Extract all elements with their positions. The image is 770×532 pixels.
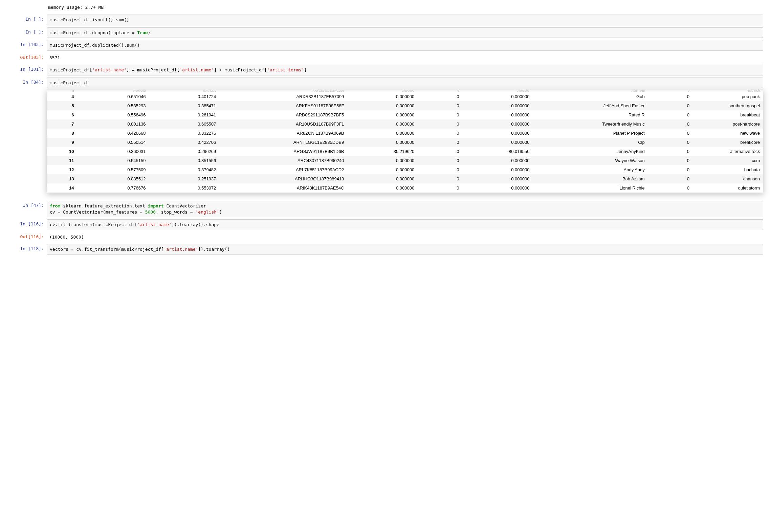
cell: Bob Azzam <box>533 174 648 183</box>
cell: 0.000000 <box>463 110 533 119</box>
dataframe-output[interactable]: 30.0000020.404201ARYG5J41011B4G2060.0000… <box>47 89 763 193</box>
cell: -80.019550 <box>463 147 533 156</box>
cell: 0.801136 <box>79 119 149 129</box>
cell: 0.296269 <box>149 147 219 156</box>
cell: 0.550514 <box>79 138 149 147</box>
cell: 0 <box>418 156 462 165</box>
cell: 0.651046 <box>79 92 149 101</box>
table-row: 70.8011360.605507AR10USD1187B99F3F10.000… <box>47 119 763 129</box>
cell: ARHHO3O1187B989413 <box>219 174 347 183</box>
output-text: 5571 <box>47 53 763 63</box>
code-input[interactable]: musicProject_df.dropna(inplace = True) <box>47 27 763 38</box>
row-index: 4 <box>47 92 79 101</box>
cell: 0.776676 <box>79 183 149 193</box>
table-row: 100.3600310.296269ARGSJW91187B9B1D6B35.2… <box>47 147 763 156</box>
row-index: 9 <box>47 138 79 147</box>
cell: 0.577509 <box>79 165 149 174</box>
cell: 0.261941 <box>149 110 219 119</box>
cell: breakcore <box>693 138 763 147</box>
cell: 0 <box>418 174 462 183</box>
cell: 0 <box>418 110 462 119</box>
table-row: 40.6510460.401724ARXR32B1187FB570990.000… <box>47 92 763 101</box>
cell: Wayne Watson <box>533 156 648 165</box>
cell: Lionel Richie <box>533 183 648 193</box>
output-text: (10000, 5000) <box>47 232 763 242</box>
cell: 0.351556 <box>149 156 219 165</box>
cell: Rated R <box>533 110 648 119</box>
output-prompt: Out[103]: <box>7 53 47 60</box>
cell: 0.553072 <box>149 183 219 193</box>
cell: 0.422706 <box>149 138 219 147</box>
cell: 0.000000 <box>347 110 418 119</box>
cell: 0.000000 <box>347 183 418 193</box>
cell: 0 <box>648 101 693 110</box>
output-prompt: Out[116]: <box>7 232 47 239</box>
cell: JennyAnyKind <box>533 147 648 156</box>
cell: 0 <box>648 119 693 129</box>
cell: 0.426668 <box>79 129 149 138</box>
cell: ARXR32B1187FB57099 <box>219 92 347 101</box>
cell: Tweeterfriendly Music <box>533 119 648 129</box>
table-row: 130.0855120.251937ARHHO3O1187B9894130.00… <box>47 174 763 183</box>
cell: pop punk <box>693 92 763 101</box>
row-index: 7 <box>47 119 79 129</box>
cell: alternative rock <box>693 147 763 156</box>
cell: 0.000000 <box>463 138 533 147</box>
table-row: 120.5775090.379482ARL7K851187B99ACD20.00… <box>47 165 763 174</box>
cell: 0.379482 <box>149 165 219 174</box>
cell: ARNTLGG11E2835DDB9 <box>219 138 347 147</box>
cell: ccm <box>693 156 763 165</box>
cell: ARGSJW91187B9B1D6B <box>219 147 347 156</box>
cell: AR8ZCNI1187B9A069B <box>219 129 347 138</box>
cell: 0.000000 <box>347 92 418 101</box>
row-index: 5 <box>47 101 79 110</box>
cell: 0.385471 <box>149 101 219 110</box>
cell: new wave <box>693 129 763 138</box>
cell: 0.000000 <box>347 119 418 129</box>
input-prompt: In [116]: <box>7 219 47 226</box>
code-input[interactable]: from sklearn.feature_extraction.text imp… <box>47 201 763 217</box>
code-input[interactable]: musicProject_df.duplicated().sum() <box>47 40 763 51</box>
row-index: 11 <box>47 156 79 165</box>
row-index: 14 <box>47 183 79 193</box>
cell: 0 <box>418 183 462 193</box>
table-row: 80.4266680.332276AR8ZCNI1187B9A069B0.000… <box>47 129 763 138</box>
cell: 0.000000 <box>463 119 533 129</box>
cell: ARD0S291187B9B7BF5 <box>219 110 347 119</box>
cell: 0.000000 <box>347 174 418 183</box>
cell: 0.000000 <box>463 101 533 110</box>
cell: 35.219620 <box>347 147 418 156</box>
cell: ARKFYS91187B98E58F <box>219 101 347 110</box>
cell: 0.000000 <box>347 156 418 165</box>
cell: 0.000000 <box>463 174 533 183</box>
cell: 0.605507 <box>149 119 219 129</box>
cell: 0.000000 <box>463 92 533 101</box>
code-cell: In [ ]: musicProject_df.dropna(inplace =… <box>7 27 763 38</box>
cell: 0 <box>648 92 693 101</box>
code-cell: In [118]: vectors = cv.fit_transform(mus… <box>7 244 763 255</box>
cell: 0.000000 <box>463 156 533 165</box>
row-index: 6 <box>47 110 79 119</box>
output-prompt-empty <box>7 90 47 92</box>
table-row-cut: 30.0000020.404201ARYG5J41011B4G2060.0000… <box>47 89 763 92</box>
code-input[interactable]: musicProject_df.isnull().sum() <box>47 15 763 25</box>
code-input[interactable]: cv.fit_transform(musicProject_df['artist… <box>47 219 763 230</box>
cell: Gob <box>533 92 648 101</box>
cell: 0.360031 <box>79 147 149 156</box>
input-prompt: In [101]: <box>7 65 47 72</box>
cell: 0 <box>648 174 693 183</box>
code-input[interactable]: musicProject_df['artist.name'] = musicPr… <box>47 65 763 75</box>
dataframe-table: 30.0000020.404201ARYG5J41011B4G2060.0000… <box>47 89 763 193</box>
cell: 0 <box>648 165 693 174</box>
code-cell: In [84]: musicProject_df <box>7 77 763 88</box>
cell: 0.535293 <box>79 101 149 110</box>
cell: 0.556496 <box>79 110 149 119</box>
output-cell: Out[116]: (10000, 5000) <box>7 232 763 242</box>
cell: 0.545159 <box>79 156 149 165</box>
code-cell: In [ ]: musicProject_df.isnull().sum() <box>7 15 763 25</box>
code-input[interactable]: musicProject_df <box>47 77 763 88</box>
cell: 0 <box>418 147 462 156</box>
cell: 0 <box>648 147 693 156</box>
code-input[interactable]: vectors = cv.fit_transform(musicProject_… <box>47 244 763 255</box>
table-row: 60.5564960.261941ARD0S291187B9B7BF50.000… <box>47 110 763 119</box>
